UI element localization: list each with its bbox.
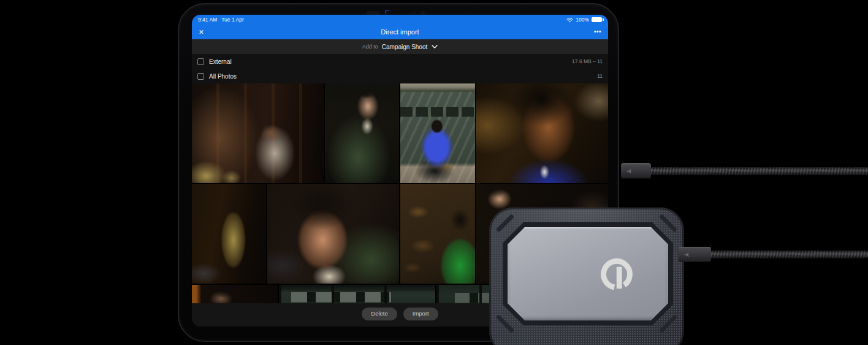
import-button[interactable]: Import [403, 308, 438, 320]
source-detail: 17.6 MB – 11 [572, 58, 603, 64]
status-time: 9:41 AM [198, 17, 217, 23]
all-photos-checkbox[interactable] [197, 73, 204, 80]
source-label: External [209, 58, 232, 65]
photo-thumbnail[interactable] [192, 184, 266, 284]
front-sensor-dot [413, 12, 415, 14]
thunderbolt-icon [626, 169, 632, 174]
status-date: Tue 1 Apr [221, 17, 244, 23]
photo-thumbnail[interactable] [192, 285, 278, 303]
close-button[interactable]: ✕ [199, 29, 204, 36]
scene: 9:41 AM Tue 1 Apr 100% ✕ Direct import •… [0, 0, 868, 345]
g-brand-logo-icon [600, 252, 634, 295]
drive-corner-ridge [496, 314, 514, 333]
battery-percent: 100% [576, 17, 589, 23]
status-bar: 9:41 AM Tue 1 Apr 100% [192, 15, 608, 25]
thunderbolt-cable-top [649, 167, 868, 175]
source-detail: 11 [597, 73, 603, 79]
source-row-external[interactable]: External 17.6 MB – 11 [192, 54, 608, 69]
page-title: Direct import [192, 28, 608, 36]
drive-faceplate: G [508, 227, 668, 320]
source-row-all-photos[interactable]: All Photos 11 [192, 69, 608, 83]
more-options-button[interactable]: ••• [594, 29, 601, 35]
photo-thumbnail[interactable] [400, 83, 475, 183]
nav-bar: ✕ Direct import ••• [192, 25, 608, 39]
add-to-label: Add to [362, 44, 378, 50]
drive-corner-ridge [659, 314, 677, 333]
photo-thumbnail[interactable] [279, 285, 435, 303]
source-label: All Photos [209, 73, 237, 80]
cable-connector-top [621, 163, 651, 179]
drive-corner-ridge [659, 214, 677, 232]
external-drive: G [489, 207, 684, 345]
photo-thumbnail[interactable] [476, 83, 608, 183]
battery-icon [592, 17, 602, 22]
photo-thumbnail[interactable] [400, 184, 475, 284]
chevron-down-icon[interactable] [432, 45, 438, 48]
wifi-icon [566, 17, 573, 23]
thunderbolt-icon [684, 252, 690, 257]
add-to-bar: Add to Campaign Shoot [192, 39, 608, 54]
photo-thumbnail[interactable] [267, 184, 399, 284]
cable-connector-bottom [679, 247, 711, 262]
external-checkbox[interactable] [197, 58, 204, 65]
photo-thumbnail[interactable] [325, 83, 399, 183]
delete-button[interactable]: Delete [362, 308, 397, 320]
thunderbolt-cable-bottom [709, 250, 868, 258]
photo-thumbnail[interactable] [192, 83, 324, 183]
collection-selector[interactable]: Campaign Shoot [382, 44, 428, 50]
drive-corner-ridge [496, 214, 514, 232]
